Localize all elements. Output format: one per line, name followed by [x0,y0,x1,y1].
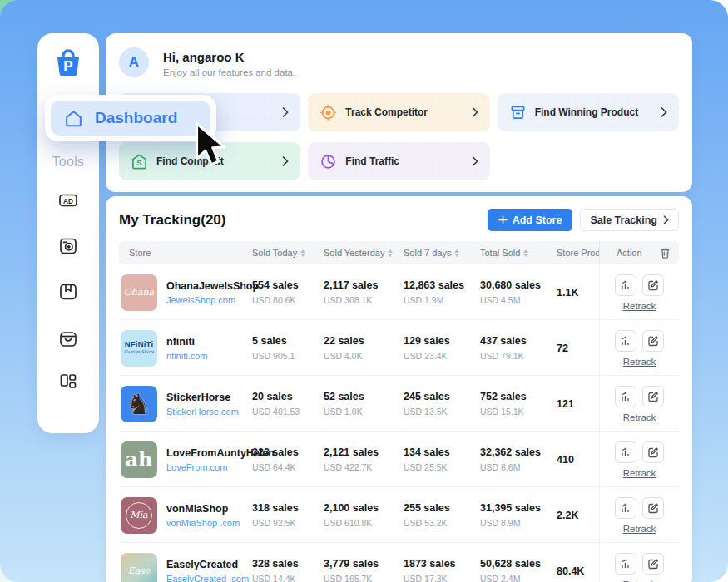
store-url-link[interactable]: StickerHorse.com [166,407,239,417]
analytics-button[interactable] [615,553,636,575]
greeting-title: Hi, angaroo K [163,50,245,64]
col-action: Action [599,241,679,264]
edit-button[interactable] [642,441,664,463]
shopping-bag-icon [57,328,79,350]
quick-action-find-winning-product[interactable]: Find Winning Product [498,93,679,131]
tracking-table: Store Sold Today Sold Yesterday Sold 7 d… [119,241,679,582]
chart-icon [620,335,631,347]
edit-icon [647,335,659,347]
sale-tracking-button[interactable]: Sale Tracking [580,209,679,231]
avatar[interactable]: A [119,47,149,77]
edit-button[interactable] [642,330,664,352]
sold-today-cell: 323 sales USD 64.4K [252,446,324,472]
sidebar-item-bookmarks[interactable] [57,281,79,303]
sold-yesterday-cell: 52 sales USD 1.0K [324,391,404,417]
total-sold-cell: 752 sales USD 15.1K [480,391,557,417]
analytics-button[interactable] [615,330,636,352]
sold-today-cell: 20 sales USD 401.53 [252,391,324,417]
store-cell: ♞ StickerHorse StickerHorse.com [119,386,252,422]
col-total-sold[interactable]: Total Sold [480,248,557,258]
chevron-right-icon [663,215,669,224]
apps-grid-icon [57,371,79,392]
quick-action-find-traffic[interactable]: Find Traffic [308,142,489,180]
greeting-subtitle: Enjoy all our features and data. [163,67,295,77]
product-box-icon [509,104,527,121]
edit-button[interactable] [642,497,664,519]
retrack-link[interactable]: Retrack [623,357,656,367]
sidebar-item-tracker[interactable] [57,235,79,257]
store-name: EaselyCreated [166,559,249,570]
col-sold-yesterday[interactable]: Sold Yesterday [324,248,404,258]
action-cell: Retrack [599,487,679,543]
store-products-cell: 121 [557,398,599,410]
action-cell: Retrack [599,376,679,432]
table-row: ah LoveFromAuntyHelen LoveFrom.com 323 s… [119,432,679,487]
quick-action-empty [498,142,679,180]
edit-button[interactable] [642,553,664,575]
sidebar-item-store[interactable] [57,328,79,350]
ad-icon: AD [57,190,79,211]
svg-text:P: P [63,58,72,74]
analytics-button[interactable] [615,441,636,463]
sold-today-cell: 328 sales USD 14.4K [252,558,324,582]
store-cell: NFiNiTi Custom Shirts nfiniti nfiniti.co… [119,330,252,367]
analytics-button[interactable] [615,274,636,296]
store-logo: ♞ [121,386,157,422]
my-tracking-card: My Tracking(20) Add Store Sale Tracking … [106,196,692,582]
sold-7days-cell: 1873 sales USD 17.3K [404,558,480,582]
store-products-cell: 2.2K [557,510,599,521]
action-cell: Retrack [599,264,679,320]
quick-action-track-competitor[interactable]: Track Competitor [308,93,489,131]
edit-icon [647,558,659,570]
action-cell: Retrack [599,543,679,582]
store-cell: Ease EaselyCreated EaselyCreated .com [119,553,252,582]
table-row: Ohana OhanaJewelsShop JewelsShop.com 554… [119,264,679,320]
trash-icon[interactable] [660,247,671,259]
retrack-link[interactable]: Retrack [623,468,656,478]
col-sold-today[interactable]: Sold Today [252,248,324,258]
retrack-link[interactable]: Retrack [623,580,656,582]
store-logo: ah [121,441,157,478]
retrack-link[interactable]: Retrack [623,412,656,422]
store-url-link[interactable]: JewelsShop.com [166,295,259,305]
sidebar-item-dashboard[interactable]: Dashboard [51,101,210,136]
edit-button[interactable] [642,386,664,407]
col-store-products: Store Products [557,248,599,258]
sidebar-item-apps[interactable] [57,371,79,392]
sold-yesterday-cell: 3,779 sales USD 165.7K [324,558,404,582]
sold-7days-cell: 245 sales USD 13.5K [404,391,480,417]
analytics-button[interactable] [615,386,636,407]
svg-text:S: S [136,157,141,166]
col-sold-7days[interactable]: Sold 7 days [404,248,480,258]
store-logo: Mia [121,497,157,534]
store-name: vonMiaShop [166,503,240,515]
home-icon [63,108,84,129]
edit-icon [647,446,659,458]
chevron-right-icon [661,107,667,117]
edit-button[interactable] [642,274,664,296]
add-store-button[interactable]: Add Store [488,209,573,231]
table-row: Ease EaselyCreated EaselyCreated .com 32… [119,543,679,582]
action-cell: Retrack [599,320,679,376]
store-name: nfiniti [166,336,208,348]
retrack-link[interactable]: Retrack [623,524,656,534]
dashboard-label: Dashboard [95,109,177,127]
sold-7days-cell: 129 sales USD 23.4K [404,335,480,361]
store-url-link[interactable]: EaselyCreated .com [166,574,249,582]
quick-action-find-competitor[interactable]: S Find Competit [119,142,300,180]
analytics-button[interactable] [615,497,636,519]
edit-icon [647,279,659,291]
chevron-right-icon [472,107,478,117]
sold-yesterday-cell: 2,100 sales USD 610.8K [324,502,404,528]
table-row: ♞ StickerHorse StickerHorse.com 20 sales… [119,376,679,432]
store-url-link[interactable]: nfiniti.com [166,351,208,361]
total-sold-cell: 50,628 sales USD 2.4M [480,558,557,582]
retrack-link[interactable]: Retrack [623,301,656,311]
app-logo-icon[interactable]: P [52,47,85,80]
sold-today-cell: 554 sales USD 80.6K [252,279,324,305]
sidebar-item-ads[interactable]: AD [57,190,79,211]
sold-yesterday-cell: 2,121 sales USD 422.7K [324,446,404,472]
chart-icon [620,446,631,458]
store-url-link[interactable]: vonMiaShop .com [166,518,240,528]
chart-icon [620,558,631,570]
